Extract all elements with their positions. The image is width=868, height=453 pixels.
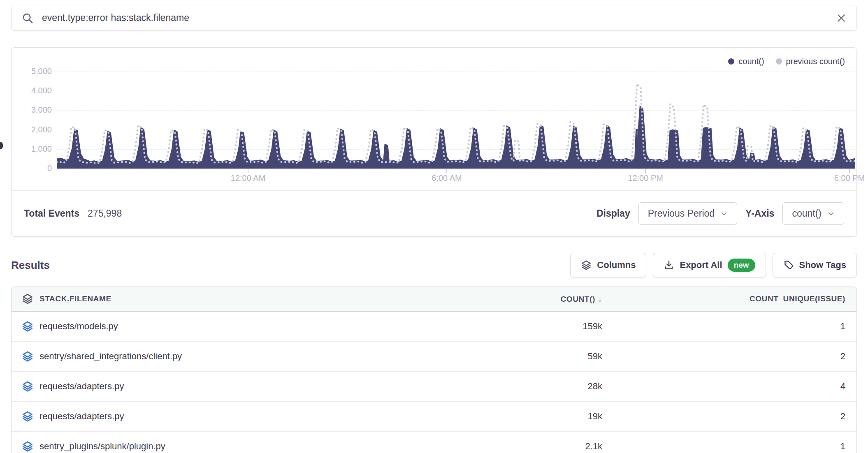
legend-label-count: count() <box>738 57 764 66</box>
total-events-label: Total Events <box>24 208 79 219</box>
legend-item-previous-count[interactable]: previous count() <box>776 57 845 66</box>
y-axis-tick-label: 4,000 <box>12 86 52 95</box>
table-row[interactable]: requests/adapters.py 28k 4 <box>12 372 856 402</box>
x-axis-tick-label: 12:00 AM <box>211 173 285 183</box>
row-actions-icon[interactable] <box>22 411 33 422</box>
cell-filename[interactable]: sentry_plugins/splunk/plugin.py <box>39 441 165 452</box>
chevron-down-icon <box>720 210 728 217</box>
cell-filename[interactable]: requests/adapters.py <box>39 381 124 392</box>
y-axis-tick-label: 3,000 <box>12 105 52 115</box>
show-tags-button[interactable]: Show Tags <box>773 253 857 277</box>
cell-count: 159k <box>438 321 602 332</box>
results-header-row: Results Columns Export All new Show Tags <box>11 253 857 277</box>
cell-filename[interactable]: sentry/shared_integrations/client.py <box>39 351 182 362</box>
row-actions-icon[interactable] <box>22 381 33 392</box>
show-tags-button-label: Show Tags <box>799 260 847 270</box>
events-chart-panel: count() previous count() 01,0002,0003,00… <box>11 47 857 237</box>
y-axis-tick-label: 0 <box>12 164 52 173</box>
display-dropdown-value: Previous Period <box>648 208 715 219</box>
cell-filename[interactable]: requests/models.py <box>39 321 118 332</box>
left-edge-artifact <box>0 142 3 149</box>
total-events-value: 275,998 <box>88 208 122 219</box>
search-bar[interactable] <box>11 5 857 31</box>
column-actions-icon[interactable] <box>22 293 33 305</box>
row-actions-icon[interactable] <box>22 351 33 362</box>
y-axis-tick-label: 1,000 <box>12 144 52 154</box>
display-label: Display <box>596 208 630 219</box>
legend-item-count[interactable]: count() <box>728 57 764 66</box>
x-axis-tick-label: 6:00 PM <box>812 173 868 183</box>
search-input[interactable] <box>42 12 828 23</box>
table-row[interactable]: requests/adapters.py 19k 2 <box>12 402 856 432</box>
legend-label-previous-count: previous count() <box>786 57 845 66</box>
column-header-stack-filename[interactable]: STACK.FILENAME <box>39 294 111 303</box>
cell-count-unique: 1 <box>602 441 856 452</box>
yaxis-dropdown-value: count() <box>792 208 822 219</box>
clear-search-icon[interactable] <box>836 13 847 23</box>
new-badge: new <box>728 259 755 272</box>
row-actions-icon[interactable] <box>22 441 33 452</box>
table-header-row: STACK.FILENAME COUNT()↓ COUNT_UNIQUE(ISS… <box>12 287 856 312</box>
cell-count-unique: 2 <box>602 411 856 422</box>
yaxis-label: Y-Axis <box>745 208 774 219</box>
yaxis-dropdown[interactable]: count() <box>782 202 844 225</box>
cell-count: 2.1k <box>438 441 602 452</box>
chart-canvas <box>57 65 855 169</box>
chart-footer: Total Events 275,998 Display Previous Pe… <box>12 190 856 236</box>
table-row[interactable]: sentry_plugins/splunk/plugin.py 2.1k 1 <box>12 432 856 453</box>
cell-count-unique: 2 <box>602 351 856 362</box>
cell-count: 19k <box>438 411 602 422</box>
column-header-count-unique-issue[interactable]: COUNT_UNIQUE(ISSUE) <box>602 294 856 303</box>
sort-desc-icon: ↓ <box>598 294 602 303</box>
table-row[interactable]: requests/models.py 159k 1 <box>12 312 856 342</box>
export-all-button[interactable]: Export All new <box>653 253 766 277</box>
chart-x-axis-line <box>57 169 855 169</box>
x-axis-tick-label: 6:00 AM <box>410 173 484 183</box>
download-icon <box>664 260 674 270</box>
columns-button-label: Columns <box>597 260 636 270</box>
cell-filename[interactable]: requests/adapters.py <box>39 411 124 422</box>
layers-icon <box>581 260 592 270</box>
results-title: Results <box>11 259 50 272</box>
export-all-button-label: Export All <box>680 260 722 270</box>
tag-icon <box>783 260 794 270</box>
cell-count-unique: 1 <box>602 321 856 332</box>
cell-count: 28k <box>438 381 602 392</box>
chevron-down-icon <box>827 210 835 217</box>
cell-count: 59k <box>438 351 602 362</box>
y-axis-tick-label: 5,000 <box>12 67 52 76</box>
table-row[interactable]: sentry/shared_integrations/client.py 59k… <box>12 342 856 372</box>
count-series-dot <box>728 58 734 65</box>
display-dropdown[interactable]: Previous Period <box>638 202 737 225</box>
columns-button[interactable]: Columns <box>570 253 646 277</box>
column-header-count[interactable]: COUNT()↓ <box>438 294 602 304</box>
cell-count-unique: 4 <box>602 381 856 392</box>
chart-legend: count() previous count() <box>728 57 845 66</box>
previous-count-series-dot <box>776 58 782 65</box>
search-icon <box>21 12 34 24</box>
x-axis-tick-label: 12:00 PM <box>608 173 682 183</box>
results-table: STACK.FILENAME COUNT()↓ COUNT_UNIQUE(ISS… <box>11 287 857 453</box>
y-axis-tick-label: 2,000 <box>12 125 52 134</box>
row-actions-icon[interactable] <box>22 321 33 332</box>
chart-plot-area[interactable] <box>57 65 855 169</box>
